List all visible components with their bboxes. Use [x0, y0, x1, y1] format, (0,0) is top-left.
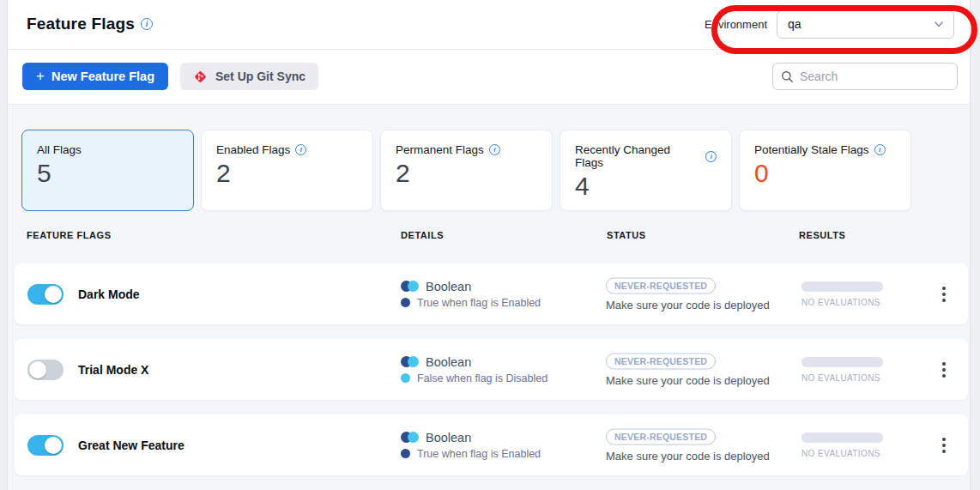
chevron-down-icon [933, 18, 945, 30]
card-all-flags[interactable]: All Flags 5 [21, 130, 194, 211]
kebab-menu-icon[interactable] [937, 281, 951, 307]
card-label: Potentially Stale Flagsi [754, 143, 896, 156]
stats-cards-row: All Flags 5 Enabled Flagsi 2 Permanent F… [8, 105, 970, 211]
git-icon [193, 70, 208, 84]
new-feature-flag-button[interactable]: + New Feature Flag [22, 63, 168, 90]
status-cell: NEVER-REQUESTED Make sure your code is d… [606, 353, 770, 386]
card-enabled-flags[interactable]: Enabled Flagsi 2 [201, 130, 373, 211]
evaluations-label: NO EVALUATIONS [802, 298, 883, 307]
flag-toggle[interactable] [27, 435, 64, 456]
search-box[interactable] [772, 63, 958, 90]
set-up-git-sync-label: Set Up Git Sync [215, 70, 305, 83]
toolbar: + New Feature Flag Set Up Git Sync [8, 50, 970, 105]
card-label: Enabled Flagsi [216, 143, 358, 156]
boolean-type-icon [401, 356, 419, 367]
status-message: Make sure your code is deployed [606, 298, 770, 311]
info-icon[interactable]: i [874, 144, 886, 155]
card-value: 4 [575, 172, 717, 201]
plus-icon: + [36, 68, 45, 85]
details-cell: Boolean True when flag is Enabled [401, 280, 541, 309]
card-potentially-stale-flags[interactable]: Potentially Stale Flagsi 0 [739, 130, 911, 211]
set-up-git-sync-button[interactable]: Set Up Git Sync [180, 63, 318, 90]
flag-toggle[interactable] [27, 360, 64, 380]
flag-name-link[interactable]: Great New Feature [78, 439, 185, 452]
value-dot-icon [401, 373, 410, 383]
details-cell: Boolean True when flag is Enabled [401, 431, 541, 460]
search-icon [781, 70, 794, 83]
status-cell: NEVER-REQUESTED Make sure your code is d… [606, 277, 770, 311]
card-label: Permanent Flagsi [396, 143, 537, 156]
flag-name-link[interactable]: Dark Mode [78, 287, 140, 301]
flag-name-link[interactable]: Trial Mode X [78, 363, 148, 377]
status-message: Make sure your code is deployed [606, 373, 770, 386]
evaluations-placeholder-bar [802, 357, 883, 367]
toggle-knob [29, 361, 46, 378]
card-value: 2 [396, 159, 537, 188]
environment-label: Environment [705, 18, 767, 31]
status-badge: NEVER-REQUESTED [606, 353, 716, 369]
flag-toggle[interactable] [27, 284, 64, 305]
value-description: True when flag is Enabled [417, 297, 541, 309]
column-header-feature-flags: FEATURE FLAGS [27, 230, 112, 240]
environment-dropdown[interactable]: qa [777, 10, 954, 39]
value-description: False when flag is Disabled [417, 372, 547, 384]
toggle-knob [45, 437, 62, 454]
boolean-type-icon [401, 432, 419, 443]
results-cell: NO EVALUATIONS [802, 357, 883, 383]
card-value: 0 [754, 159, 896, 188]
value-description: True when flag is Enabled [417, 448, 541, 460]
info-icon[interactable]: i [489, 144, 500, 155]
status-cell: NEVER-REQUESTED Make sure your code is d… [606, 428, 770, 462]
info-icon[interactable]: i [705, 151, 717, 162]
results-cell: NO EVALUATIONS [802, 281, 883, 307]
info-icon[interactable]: i [295, 144, 306, 155]
table-header: FEATURE FLAGS DETAILS STATUS RESULTS [8, 230, 970, 242]
card-value: 2 [216, 159, 358, 188]
kebab-menu-icon[interactable] [937, 357, 951, 383]
column-header-results: RESULTS [799, 230, 845, 240]
kebab-menu-icon[interactable] [937, 433, 951, 458]
card-label: All Flags [37, 143, 178, 156]
value-dot-icon [401, 449, 410, 458]
flag-rows: Dark Mode Boolean True when flag is Enab… [8, 263, 970, 475]
info-icon[interactable]: i [141, 18, 153, 30]
card-label: Recently Changed Flagsi [575, 143, 717, 169]
new-feature-flag-label: New Feature Flag [51, 70, 154, 83]
environment-value: qa [788, 17, 802, 31]
evaluations-label: NO EVALUATIONS [802, 449, 883, 458]
environment-selector-group: Environment qa [705, 10, 954, 39]
status-badge: NEVER-REQUESTED [606, 277, 716, 293]
column-header-status: STATUS [607, 230, 646, 240]
results-cell: NO EVALUATIONS [802, 433, 883, 458]
card-permanent-flags[interactable]: Permanent Flagsi 2 [380, 130, 553, 211]
status-message: Make sure your code is deployed [606, 449, 770, 462]
card-value: 5 [37, 159, 178, 188]
value-type: Boolean [426, 355, 471, 369]
page-header: Feature Flags i Environment qa [8, 0, 970, 50]
search-input[interactable] [800, 70, 949, 83]
card-recently-changed-flags[interactable]: Recently Changed Flagsi 4 [560, 130, 732, 211]
evaluations-placeholder-bar [802, 281, 883, 292]
status-badge: NEVER-REQUESTED [606, 428, 716, 445]
column-header-details: DETAILS [401, 230, 444, 240]
main-content: All Flags 5 Enabled Flagsi 2 Permanent F… [8, 105, 970, 490]
app-container: Feature Flags i Environment qa + New Fea… [7, 0, 971, 490]
evaluations-label: NO EVALUATIONS [802, 373, 883, 383]
details-cell: Boolean False when flag is Disabled [401, 355, 547, 384]
boolean-type-icon [401, 281, 419, 292]
table-row: Trial Mode X Boolean False when flag is … [15, 339, 968, 400]
page-title: Feature Flags [27, 15, 135, 33]
table-row: Great New Feature Boolean True when flag… [15, 414, 968, 475]
evaluations-placeholder-bar [802, 433, 883, 443]
toggle-knob [45, 286, 62, 303]
table-row: Dark Mode Boolean True when flag is Enab… [15, 263, 968, 324]
value-type: Boolean [426, 431, 471, 445]
value-type: Boolean [426, 280, 471, 293]
value-dot-icon [401, 298, 410, 307]
